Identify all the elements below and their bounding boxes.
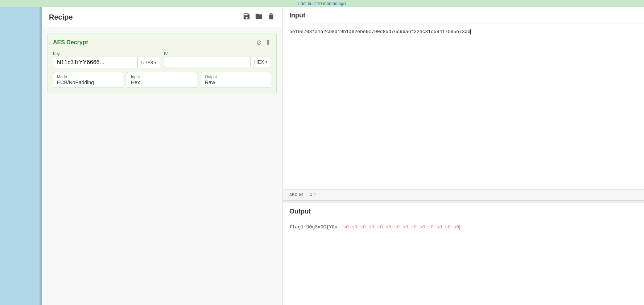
output-section: Output flag1:D0g3xGC{Y0u_ s0 s0 s0 s0 s0… — [283, 203, 644, 305]
input-cursor — [470, 29, 471, 34]
ban-icon[interactable]: ⊘ — [256, 38, 262, 46]
output-cursor — [459, 225, 459, 230]
key-iv-row: Key N11c3TrYY6666... UTF8 ▾ — [53, 52, 271, 68]
recipe-header: Recipe — [42, 7, 282, 27]
aes-header: AES Decrypt ⊘ ⏸ — [53, 38, 271, 46]
output-section-header: Output — [283, 203, 644, 220]
char-count: 64 — [299, 192, 304, 197]
top-bar-text: Last built 10 months ago — [298, 1, 346, 6]
recipe-actions — [243, 12, 275, 22]
output-text-area[interactable]: flag1:D0g3xGC{Y0u_ s0 s0 s0 s0 s0 s0 s0 … — [283, 220, 644, 305]
delete-icon[interactable] — [267, 12, 275, 22]
recipe-body: AES Decrypt ⊘ ⏸ Key N11c3TrYY6666... — [42, 27, 282, 305]
main-content: Recipe — [0, 7, 644, 305]
lines-icon: ≡ — [309, 192, 312, 198]
abc-icon: ABC — [289, 193, 297, 197]
output-main-text: flag1:D0g3xGC{Y0u_ — [289, 224, 340, 230]
iv-label: IV — [164, 52, 271, 56]
iv-encoding-dropdown[interactable]: HEX ▾ — [251, 57, 271, 67]
resize-handle[interactable]: · · · · · · · · · — [283, 200, 644, 203]
sidebar — [0, 7, 42, 305]
input-status-bar: ABC 64 ≡ 1 — [283, 189, 644, 200]
key-field-group: Key N11c3TrYY6666... UTF8 ▾ — [53, 52, 160, 68]
key-inner: N11c3TrYY6666... UTF8 ▾ — [53, 57, 160, 68]
key-chevron-icon: ▾ — [154, 61, 156, 65]
char-count-item: ABC 64 — [289, 192, 304, 197]
mode-input-output-row: Mode ECB/NoPadding Input Hex Output Raw — [53, 72, 271, 88]
key-text: N11c3TrYY6666... — [57, 59, 104, 65]
recipe-panel: Recipe — [42, 7, 283, 305]
line-count: 1 — [314, 192, 316, 197]
mode-value: ECB/NoPadding — [57, 80, 119, 85]
iv-chevron-icon: ▾ — [265, 60, 267, 64]
input-section-header: Input — [283, 7, 644, 24]
line-count-item: ≡ 1 — [309, 192, 316, 198]
aes-decrypt-block: AES Decrypt ⊘ ⏸ Key N11c3TrYY6666... — [48, 33, 277, 93]
pause-icon[interactable]: ⏸ — [265, 39, 271, 46]
mode-field-group[interactable]: Mode ECB/NoPadding — [53, 72, 123, 88]
iv-encoding-text: HEX — [254, 59, 264, 65]
iv-value[interactable] — [164, 57, 251, 67]
input-field-group[interactable]: Input Hex — [127, 72, 197, 88]
key-label: Key — [53, 52, 160, 56]
key-value[interactable]: N11c3TrYY6666... — [53, 57, 138, 68]
input-label: Input — [131, 74, 193, 79]
recipe-title: Recipe — [49, 13, 73, 21]
mode-label: Mode — [57, 74, 119, 79]
aes-title: AES Decrypt — [53, 39, 88, 46]
aes-controls: ⊘ ⏸ — [256, 38, 271, 46]
output-field-group[interactable]: Output Raw — [201, 72, 271, 88]
output-value: Raw — [205, 80, 267, 85]
output-label: Output — [205, 74, 267, 79]
save-icon[interactable] — [243, 12, 251, 22]
input-text-area[interactable]: 5e19e708fa1a2c98d19b1a92ebe9c790d85d76d9… — [283, 24, 644, 189]
output-padding-text: s0 s0 s0 s0 s0 s0 s0 s0 s0 s0 s0 s0 s0 s… — [340, 224, 459, 230]
io-panel: Input 5e19e708fa1a2c98d19b1a92ebe9c790d8… — [283, 7, 644, 305]
open-folder-icon[interactable] — [255, 12, 263, 22]
input-text: 5e19e708fa1a2c98d19b1a92ebe9c790d85d76d9… — [289, 29, 470, 34]
iv-inner: HEX ▾ — [164, 57, 271, 67]
key-encoding-dropdown[interactable]: UTF8 ▾ — [138, 57, 161, 68]
input-section: Input 5e19e708fa1a2c98d19b1a92ebe9c790d8… — [283, 7, 644, 200]
sidebar-resize-handle[interactable] — [40, 7, 42, 305]
iv-field-group: IV HEX ▾ — [164, 52, 271, 68]
top-bar: Last built 10 months ago — [0, 0, 644, 7]
input-value: Hex — [131, 80, 193, 85]
key-encoding-text: UTF8 — [141, 60, 153, 65]
